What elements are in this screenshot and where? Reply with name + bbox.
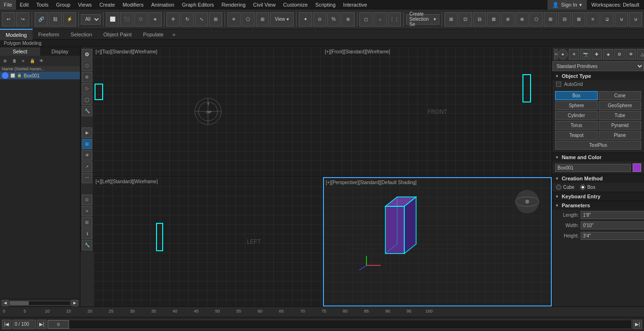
- select-lasso-button[interactable]: ⬡: [134, 12, 148, 26]
- side-motion-icon[interactable]: ▷: [82, 83, 92, 93]
- select-button[interactable]: ⬜: [106, 12, 119, 26]
- tl-next-button[interactable]: ▶|: [37, 320, 46, 329]
- creation-method-header[interactable]: Creation Method: [552, 174, 644, 183]
- keyboard-entry-header[interactable]: Keyboard Entry: [552, 192, 644, 201]
- side-group-icon[interactable]: ⊞: [82, 217, 92, 228]
- angle-snap-button[interactable]: ⊙: [313, 12, 326, 26]
- pivot-button[interactable]: ⊕: [227, 12, 241, 26]
- side-create-icon[interactable]: ⚙: [82, 49, 92, 59]
- menu-file[interactable]: File: [0, 0, 16, 9]
- graph4-button[interactable]: ⊠: [487, 12, 500, 26]
- side-arrow-icon[interactable]: ↗: [82, 161, 92, 172]
- graph5-button[interactable]: ⊛: [501, 12, 514, 26]
- menu-customize[interactable]: Customize: [279, 0, 312, 9]
- side-wrench-icon[interactable]: 🔧: [82, 240, 92, 250]
- snap-button[interactable]: ✦: [299, 12, 312, 26]
- radio-box[interactable]: Box: [580, 185, 595, 190]
- rp-camera-icon[interactable]: 📷: [580, 49, 591, 59]
- se-item-box001[interactable]: 🔒 Box001: [0, 72, 80, 79]
- link-button[interactable]: 🔗: [35, 12, 48, 26]
- more-tabs-button[interactable]: »: [169, 32, 179, 37]
- menu-graph-editors[interactable]: Graph Editors: [178, 0, 218, 9]
- redo-button[interactable]: ↪: [16, 12, 29, 26]
- side-grid-icon[interactable]: ⊞: [82, 139, 92, 149]
- graph8-button[interactable]: ⊞: [544, 12, 557, 26]
- se-scrollbar-track[interactable]: [9, 301, 70, 306]
- lock-toggle[interactable]: 🔒: [17, 73, 22, 78]
- se-delete-button[interactable]: 🗑: [10, 57, 18, 65]
- mirror-button[interactable]: ⬡: [242, 12, 255, 26]
- rotate-button[interactable]: ↻: [181, 12, 194, 26]
- filter-dropdown[interactable]: All: [81, 14, 101, 25]
- menu-interactive[interactable]: Interactive: [339, 0, 371, 9]
- se-scroll-left-button[interactable]: ◀: [2, 300, 9, 306]
- unlink-button[interactable]: ⛓: [49, 12, 62, 26]
- object-type-header[interactable]: Object Type: [552, 71, 644, 80]
- scale-button[interactable]: ⤡: [195, 12, 208, 26]
- obj-btn-pyramid[interactable]: Pyramid: [599, 121, 641, 130]
- se-vis-button[interactable]: 👁: [37, 57, 45, 65]
- align-button[interactable]: ⊞: [256, 12, 269, 26]
- primitives-dropdown[interactable]: Standard Primitives: [552, 61, 644, 71]
- parameters-header[interactable]: Parameters: [552, 201, 644, 210]
- menu-tools[interactable]: Tools: [33, 0, 52, 9]
- graph6-button[interactable]: ⊕: [515, 12, 529, 26]
- obj-btn-teapot[interactable]: Teapot: [555, 131, 598, 140]
- spinner-snap-button[interactable]: ⊛: [341, 12, 355, 26]
- tab-selection[interactable]: Selection: [65, 29, 97, 40]
- rp-light-icon[interactable]: ☀: [569, 49, 579, 59]
- obj-btn-cone[interactable]: Cone: [599, 91, 641, 100]
- select-fence-button[interactable]: ◈: [148, 12, 162, 26]
- viewport-front[interactable]: [+][Front][Standard][Wireframe] FRONT: [323, 47, 552, 177]
- side-hierarchy-icon[interactable]: ⊕: [82, 72, 92, 82]
- name-and-color-header[interactable]: Name and Color: [552, 153, 644, 161]
- rp-shape-icon[interactable]: △: [637, 49, 644, 59]
- obj-btn-plane[interactable]: Plane: [599, 131, 641, 140]
- tab-modeling[interactable]: Modeling: [0, 29, 33, 40]
- param-width-input[interactable]: [581, 221, 644, 229]
- array-button[interactable]: ⋮⋮: [388, 12, 401, 26]
- timeline-slider[interactable]: 0: [48, 320, 69, 329]
- select-region-button[interactable]: ⬛: [120, 12, 133, 26]
- obj-btn-torus[interactable]: Torus: [555, 121, 598, 130]
- graph2-button[interactable]: ⊡: [459, 12, 472, 26]
- se-new-button[interactable]: ⊕: [1, 57, 9, 65]
- visibility-toggle[interactable]: [10, 73, 15, 78]
- create-selection-button[interactable]: Create Selection Se ▾: [406, 14, 440, 25]
- side-info-icon[interactable]: ℹ: [82, 229, 92, 239]
- menu-civil-view[interactable]: Civil View: [249, 0, 279, 9]
- rp-helper-icon[interactable]: ✚: [592, 49, 602, 59]
- tab-freeform[interactable]: Freeform: [33, 29, 65, 40]
- obj-btn-cylinder[interactable]: Cylinder: [555, 111, 598, 120]
- side-layers-icon[interactable]: ≡: [82, 206, 92, 216]
- menu-create[interactable]: Create: [96, 0, 119, 9]
- view-dropdown[interactable]: View ▾: [270, 12, 294, 26]
- se-scroll-right-button[interactable]: ▶: [71, 300, 78, 306]
- menu-rendering[interactable]: Rendering: [218, 0, 250, 9]
- menu-views[interactable]: Views: [74, 0, 96, 9]
- graph1-button[interactable]: ⊞: [444, 12, 458, 26]
- mirror2-button[interactable]: ⬦: [374, 12, 387, 26]
- se-filter-button[interactable]: ≡: [19, 57, 27, 65]
- obj-btn-tube[interactable]: Tube: [599, 111, 641, 120]
- se-tab-display[interactable]: Display: [40, 47, 80, 56]
- time-ruler-track[interactable]: 0 5 10 15 20 25 30 35 40 45 50 55 60 65 …: [0, 307, 644, 317]
- rp-system-icon[interactable]: ⚙: [614, 49, 625, 59]
- menu-group[interactable]: Group: [52, 0, 74, 9]
- side-expand-icon[interactable]: ▶: [82, 127, 92, 138]
- viewport-perspective[interactable]: [+][Perspective][Standard][Default Shadi…: [323, 177, 552, 306]
- rp-sphere-icon[interactable]: ●: [557, 49, 568, 59]
- side-wave-icon[interactable]: 〰: [82, 173, 92, 183]
- move-button[interactable]: ✛: [166, 12, 180, 26]
- obj-btn-textplus[interactable]: TextPlus: [555, 141, 641, 150]
- pct-snap-button[interactable]: %: [327, 12, 340, 26]
- se-tab-select[interactable]: Select: [0, 47, 40, 56]
- undo-button[interactable]: ↩: [2, 12, 15, 26]
- side-utilities-icon[interactable]: 🔧: [82, 106, 92, 116]
- obj-btn-sphere[interactable]: Sphere: [555, 101, 598, 110]
- bind-button[interactable]: ⚡: [63, 12, 76, 26]
- rp-add-button[interactable]: +: [554, 49, 557, 59]
- graph9-button[interactable]: ⊟: [558, 12, 571, 26]
- graph10-button[interactable]: ⊠: [572, 12, 585, 26]
- rp-vis-icon[interactable]: 👁: [626, 49, 636, 59]
